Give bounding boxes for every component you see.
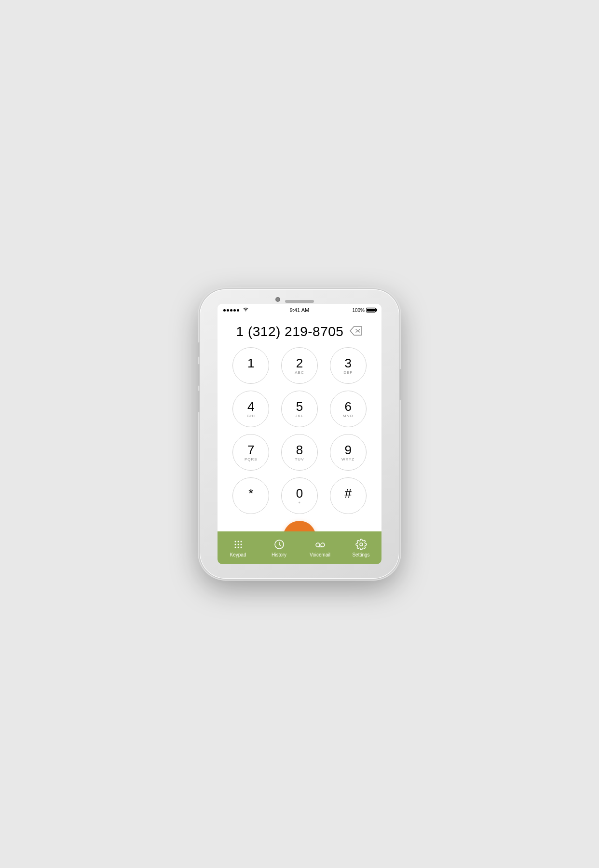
settings-icon [355,539,367,550]
tab-voicemail-label: Voicemail [310,552,330,557]
dial-btn-6[interactable]: 6 MNO [330,391,367,427]
power-button [399,369,401,400]
signal-dot-1 [223,309,226,312]
main-content: 1 (312) 219-8705 1 [218,316,381,531]
phone-camera [275,297,280,302]
battery-percentage: 100% [352,308,365,313]
tab-keypad-label: Keypad [230,552,246,557]
dial-btn-5[interactable]: 5 JKL [281,391,318,427]
phone-frame: 9:41 AM 100% 1 (312) 219-8705 [200,289,399,579]
signal-dot-5 [237,309,239,312]
voicemail-icon [314,539,326,550]
history-icon [273,539,285,550]
svg-point-15 [360,543,363,546]
svg-point-2 [234,541,236,542]
phone-screen: 9:41 AM 100% 1 (312) 219-8705 [218,304,381,564]
battery-fill [367,309,375,312]
tab-settings-label: Settings [352,552,369,557]
wifi-icon [243,307,249,313]
tab-bar: Keypad History [218,531,381,564]
svg-point-10 [240,546,242,548]
call-button-row [283,517,316,531]
tab-history-label: History [272,552,286,557]
dial-btn-9[interactable]: 9 WXYZ [330,434,367,471]
dial-btn-3[interactable]: 3 DEF [330,347,367,384]
keypad-icon [232,539,244,550]
dial-btn-4[interactable]: 4 GHI [232,391,269,427]
signal-dot-3 [230,309,232,312]
dial-btn-1[interactable]: 1 [232,347,269,384]
dial-btn-2[interactable]: 2 ABC [281,347,318,384]
status-bar: 9:41 AM 100% [218,304,381,316]
dial-pad: 1 2 ABC 3 DEF 4 GHI 5 JKL [218,344,381,517]
status-bar-right: 100% [352,308,376,313]
tab-history[interactable]: History [259,531,300,564]
tab-settings[interactable]: Settings [340,531,381,564]
volume-up-button [198,364,200,386]
dial-btn-7[interactable]: 7 PQRS [232,434,269,471]
svg-point-6 [237,543,239,545]
tab-keypad[interactable]: Keypad [218,531,259,564]
status-bar-left [223,307,249,313]
dial-btn-star[interactable]: * [232,477,269,514]
svg-point-7 [240,543,242,545]
backspace-button[interactable] [349,326,363,337]
phone-number-display: 1 (312) 219-8705 [236,324,344,339]
phone-number-row: 1 (312) 219-8705 [227,316,373,344]
signal-strength [223,309,239,312]
battery-icon [366,308,376,312]
volume-down-button [198,391,200,412]
backspace-icon [350,326,362,338]
svg-point-13 [321,543,325,547]
svg-point-12 [316,543,320,547]
signal-dot-4 [233,309,236,312]
signal-dot-2 [227,309,229,312]
dial-btn-8[interactable]: 8 TUV [281,434,318,471]
status-time: 9:41 AM [290,307,309,313]
phone-speaker [285,300,314,303]
svg-point-9 [237,546,239,548]
dial-btn-hash[interactable]: # [330,477,367,514]
call-button[interactable] [283,521,316,531]
tab-voicemail[interactable]: Voicemail [300,531,340,564]
volume-silent-button [198,342,200,357]
svg-point-4 [240,541,242,542]
svg-point-3 [237,541,239,542]
dial-btn-0[interactable]: 0 + [281,477,318,514]
svg-point-5 [234,543,236,545]
svg-point-8 [234,546,236,548]
